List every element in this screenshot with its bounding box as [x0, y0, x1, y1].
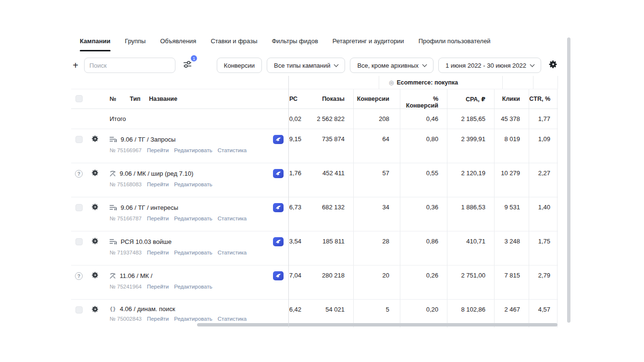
campaign-number: № 75168083: [110, 181, 142, 187]
campaign-name[interactable]: РСЯ 10.03 войше: [121, 238, 172, 245]
select-all-checkbox[interactable]: [75, 95, 83, 102]
horizontal-scrollbar-thumb[interactable]: [197, 323, 557, 326]
go-link[interactable]: Перейти: [147, 181, 169, 187]
go-link[interactable]: Перейти: [147, 284, 169, 290]
tab-groups[interactable]: Группы: [125, 37, 146, 51]
shows-cell: 452 411: [303, 163, 353, 197]
top-tabs: Кампании Группы Объявления Ставки и фраз…: [80, 37, 491, 51]
date-range-dropdown[interactable]: 1 июня 2022 - 30 июня 2022: [438, 58, 541, 73]
cpa-cell: 410,71: [447, 231, 494, 265]
archive-filter-label: Все, кроме архивных: [357, 62, 419, 69]
edit-link[interactable]: Редактировать: [174, 316, 212, 322]
row-gear-icon[interactable]: [91, 305, 99, 327]
search-input[interactable]: [84, 58, 175, 73]
tab-bids-phrases[interactable]: Ставки и фразы: [211, 37, 257, 51]
toolbar: + 1 Конверсии Все типы кампаний Все, кро…: [71, 58, 560, 73]
ctr-cell: 2,79: [529, 265, 557, 299]
campaign-name[interactable]: 11.06 / МК /: [120, 272, 152, 279]
totals-label: Итого: [104, 109, 288, 129]
tab-campaigns[interactable]: Кампании: [80, 37, 111, 51]
cpa-cell: 2 120,19: [447, 163, 494, 197]
conv-rate-cell: 0,26: [400, 265, 447, 299]
conversions-button[interactable]: Конверсии: [217, 58, 262, 73]
campaign-types-dropdown[interactable]: Все типы кампаний: [267, 58, 345, 73]
ctr-cell: 1,40: [529, 197, 557, 231]
vertical-scrollbar-thumb[interactable]: [567, 37, 570, 323]
filter-count-badge: 1: [191, 55, 197, 61]
edit-link[interactable]: Редактировать: [174, 147, 212, 153]
row-checkbox[interactable]: [75, 306, 83, 314]
campaign-name[interactable]: 4.06 / динам. поиск: [120, 305, 175, 313]
help-icon[interactable]: ?: [75, 272, 83, 280]
campaign-number: № 71937483: [110, 250, 142, 255]
row-checkbox[interactable]: [75, 238, 83, 245]
edit-link[interactable]: Редактировать: [174, 284, 212, 290]
stats-link[interactable]: Статистика: [218, 216, 247, 221]
edit-link[interactable]: Редактировать: [174, 216, 212, 221]
master-campaign-icon: [110, 273, 116, 279]
campaign-number: № 75166967: [110, 147, 142, 153]
column-header-row: № Тип Название РС Показы Конверсии % Кон…: [71, 89, 558, 109]
edit-link[interactable]: Редактировать: [174, 250, 212, 255]
chevron-down-icon: [334, 62, 339, 67]
edit-link[interactable]: Редактировать: [174, 181, 212, 187]
gear-icon: [548, 60, 558, 71]
col-conversions: Конверсии: [353, 89, 400, 109]
stats-link[interactable]: Статистика: [218, 316, 247, 322]
goal-icon: ◎: [389, 79, 394, 86]
conversions-cell: 28: [353, 231, 400, 265]
campaign-types-label: Все типы кампаний: [274, 62, 330, 69]
col-ctr: CTR, %: [529, 89, 557, 109]
table-row: ? 9.06 / МК / шир (ред 7.10) № 75168083 …: [71, 163, 558, 197]
row-checkbox[interactable]: [75, 136, 83, 143]
clicks-cell: 8 019: [494, 129, 529, 163]
chevron-down-icon: [530, 62, 535, 67]
totals-clicks: 45 378: [494, 109, 529, 129]
stats-link[interactable]: Статистика: [218, 250, 247, 255]
group-header-row: ◎ Ecommerce: покупка: [71, 76, 558, 89]
shows-cell: 185 811: [303, 231, 353, 265]
shows-cell: 735 874: [303, 129, 353, 163]
campaign-name[interactable]: 9.06 / МК / шир (ред 7.10): [120, 170, 193, 177]
ctr-cell: 2,27: [529, 163, 557, 197]
conv-rate-cell: 0,86: [400, 231, 447, 265]
row-gear-icon[interactable]: [91, 203, 99, 231]
go-link[interactable]: Перейти: [147, 316, 169, 322]
col-type: Тип: [130, 96, 140, 102]
business-badge-icon: [273, 237, 284, 246]
settings-button[interactable]: [546, 58, 560, 72]
clicks-cell: 9 531: [494, 197, 529, 231]
date-range-label: 1 июня 2022 - 30 июня 2022: [446, 62, 526, 69]
add-campaign-button[interactable]: +: [71, 58, 80, 72]
tab-retargeting[interactable]: Ретаргетинг и аудитории: [333, 37, 404, 51]
row-gear-icon[interactable]: [91, 237, 99, 265]
campaign-number: № 75002843: [110, 316, 142, 322]
tab-ads[interactable]: Объявления: [160, 37, 196, 51]
row-checkbox[interactable]: [75, 204, 83, 211]
campaign-number: № 75241964: [110, 284, 142, 290]
go-link[interactable]: Перейти: [147, 147, 169, 153]
go-link[interactable]: Перейти: [147, 216, 169, 221]
conversions-cell: 34: [353, 197, 400, 231]
conversions-cell: 64: [353, 129, 400, 163]
stats-link[interactable]: Статистика: [218, 147, 247, 153]
row-gear-icon[interactable]: [91, 135, 99, 163]
tab-user-profiles[interactable]: Профили пользователей: [419, 37, 491, 51]
campaign-name[interactable]: 9.06 / ТГ / Запросы: [121, 136, 175, 143]
row-gear-icon[interactable]: [91, 169, 99, 197]
tab-feed-filters[interactable]: Фильтры фидов: [272, 37, 318, 51]
chevron-down-icon: [422, 62, 427, 67]
frozen-column-divider: [288, 76, 289, 327]
cpa-cell: 1 886,53: [447, 197, 494, 231]
go-link[interactable]: Перейти: [147, 250, 169, 255]
totals-conv-rate: 0,46: [400, 109, 447, 129]
conv-rate-cell: 0,36: [400, 197, 447, 231]
filters-button[interactable]: 1: [180, 58, 195, 72]
clicks-cell: 3 248: [494, 231, 529, 265]
row-gear-icon[interactable]: [91, 271, 99, 299]
campaigns-table: ◎ Ecommerce: покупка № Тип Название РС П…: [71, 76, 558, 327]
col-shows: Показы: [303, 89, 353, 109]
campaign-name[interactable]: 9.06 / ТГ / интересы: [121, 204, 178, 211]
archive-filter-dropdown[interactable]: Все, кроме архивных: [350, 58, 433, 73]
help-icon[interactable]: ?: [75, 170, 83, 178]
